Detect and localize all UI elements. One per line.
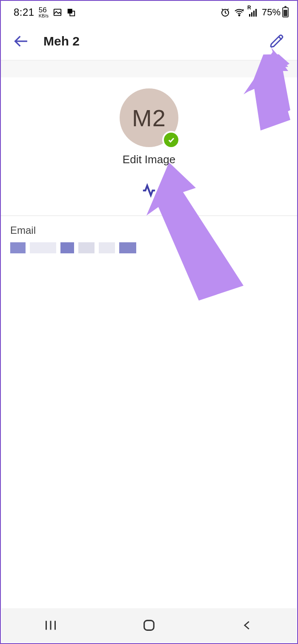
system-nav-bar (2, 608, 296, 642)
battery-indicator: 75% (262, 7, 289, 18)
status-right: R 75% (220, 7, 289, 18)
redact-block (30, 242, 56, 253)
svg-rect-8 (255, 9, 257, 17)
back-button[interactable] (11, 31, 31, 51)
svg-rect-5 (249, 14, 250, 17)
chevron-left-icon (241, 619, 254, 632)
wifi-icon (234, 7, 245, 17)
recents-icon (43, 618, 58, 633)
nav-recents[interactable] (34, 613, 68, 638)
activity-row (142, 183, 156, 199)
status-time: 8:21 (14, 6, 34, 18)
alarm-icon (220, 7, 230, 17)
network-speed-value: 56 (39, 6, 49, 14)
svg-rect-7 (253, 11, 255, 17)
edit-image-link[interactable]: Edit Image (123, 153, 175, 166)
picture-icon (53, 8, 62, 17)
profile-gap (1, 60, 297, 77)
avatar-initials: M2 (132, 104, 166, 132)
signal-roaming-label: R (247, 5, 251, 11)
email-label: Email (10, 224, 288, 236)
nav-back[interactable] (230, 613, 264, 638)
battery-percent: 75% (262, 7, 281, 18)
avatar[interactable]: M2 (120, 88, 178, 147)
svg-rect-16 (144, 621, 154, 630)
redact-block (119, 242, 136, 253)
status-bar: 8:21 56 KB/s R 75% (1, 1, 297, 22)
check-icon (167, 136, 175, 144)
arrow-left-icon (12, 33, 29, 50)
network-speed-unit: KB/s (39, 14, 49, 18)
profile-card: M2 Edit Image (1, 77, 297, 216)
pencil-icon (269, 34, 285, 49)
email-section: Email (1, 216, 297, 279)
battery-icon (282, 7, 289, 17)
page-title: Meh 2 (43, 34, 80, 48)
email-value-redacted[interactable] (10, 242, 288, 253)
signal-icon: R (248, 7, 258, 17)
redact-block (60, 242, 74, 253)
activity-icon[interactable] (142, 183, 156, 199)
home-icon (142, 618, 156, 633)
screenshot-icon (66, 8, 76, 17)
svg-rect-6 (251, 12, 252, 17)
app-header: Meh 2 (1, 22, 297, 60)
redact-block (10, 242, 26, 253)
redact-block (78, 242, 95, 253)
nav-home[interactable] (132, 613, 166, 638)
svg-point-4 (239, 15, 240, 16)
status-left: 8:21 56 KB/s (14, 6, 76, 18)
redact-block (99, 242, 115, 253)
presence-available-icon (162, 131, 180, 149)
network-speed: 56 KB/s (39, 6, 49, 18)
edit-button[interactable] (267, 31, 287, 51)
